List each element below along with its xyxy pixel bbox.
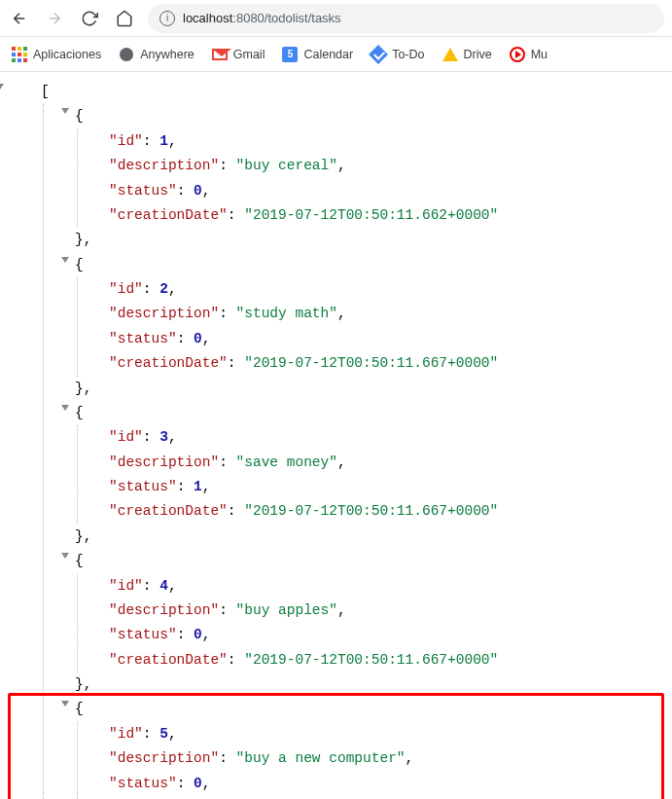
bookmark-item[interactable]: Drive <box>442 47 492 62</box>
json-line: "id": 1, <box>109 129 662 154</box>
back-button[interactable] <box>8 7 31 30</box>
json-line: { <box>75 697 662 721</box>
json-line: "id": 5, <box>109 722 662 746</box>
bookmark-item[interactable]: Anywhere <box>119 47 195 62</box>
music-icon <box>510 47 525 62</box>
calendar-icon: 5 <box>282 47 298 62</box>
json-line: { <box>75 401 662 425</box>
json-line: "description": "study math", <box>109 302 662 326</box>
json-line: "status": 0, <box>109 327 662 351</box>
gmail-icon <box>212 47 228 62</box>
expand-toggle-icon[interactable] <box>61 553 69 559</box>
url-host: localhost <box>183 11 232 25</box>
todo-icon <box>371 47 386 62</box>
json-line: "description": "buy apples", <box>109 599 662 623</box>
json-line: "creationDate": "2019-07-12T00:50:11.667… <box>109 351 662 376</box>
url-path: /todolist/tasks <box>265 11 341 25</box>
bookmark-item[interactable]: Mu <box>510 47 548 62</box>
browser-toolbar: i localhost:8080/todolist/tasks <box>0 0 672 37</box>
bookmark-label: Mu <box>531 48 548 61</box>
page-content: [{"id": 1,"description": "buy cereal","s… <box>0 72 672 799</box>
json-line: }, <box>75 228 662 252</box>
bookmark-label: Calendar <box>303 48 353 61</box>
json-line: "status": 1, <box>109 475 662 499</box>
url-port: :8080 <box>232 11 265 25</box>
bookmark-item[interactable]: 5Calendar <box>282 47 353 62</box>
json-object: {"id": 4,"description": "buy apples","st… <box>75 549 662 697</box>
json-line: { <box>75 549 662 573</box>
bookmark-label: Aplicaciones <box>33 48 101 61</box>
json-object: {"id": 1,"description": "buy cereal","st… <box>75 104 662 252</box>
json-line: "status": 0, <box>109 772 662 796</box>
bookmark-label: Drive <box>464 48 492 61</box>
json-line: "creationDate": "2019-07-12T00:50:11.667… <box>109 648 662 672</box>
json-line: }, <box>75 377 662 401</box>
bookmark-label: To-Do <box>392 48 424 61</box>
reload-button[interactable] <box>78 7 101 30</box>
json-object: {"id": 2,"description": "study math","st… <box>75 253 662 401</box>
bookmark-item[interactable]: Gmail <box>212 47 265 62</box>
json-line: "id": 4, <box>109 574 662 599</box>
forward-button[interactable] <box>43 7 66 30</box>
json-viewer: [{"id": 1,"description": "buy cereal","s… <box>0 72 672 799</box>
json-line: "status": 0, <box>109 623 662 647</box>
json-object: {"id": 5,"description": "buy a new compu… <box>75 697 662 799</box>
expand-toggle-icon[interactable] <box>61 701 69 707</box>
json-line: "id": 3, <box>109 425 662 450</box>
address-bar[interactable]: i localhost:8080/todolist/tasks <box>148 4 664 33</box>
json-line: "creationDate": "2019-07-12T00:50:11.662… <box>109 203 662 228</box>
url-text: localhost:8080/todolist/tasks <box>183 11 341 25</box>
site-info-icon[interactable]: i <box>159 11 175 26</box>
bookmarks-bar: AplicacionesAnywhereGmail5CalendarTo-DoD… <box>0 37 672 72</box>
json-line: }, <box>75 672 662 697</box>
json-object: {"id": 3,"description": "save money","st… <box>75 401 662 549</box>
json-line: { <box>75 253 662 277</box>
drive-icon <box>442 47 458 62</box>
bookmark-item[interactable]: To-Do <box>371 47 424 62</box>
json-line: }, <box>75 525 662 549</box>
json-line: "description": "buy a new computer", <box>109 746 662 771</box>
json-line: { <box>75 104 662 128</box>
apps-icon <box>12 47 27 62</box>
json-line: "description": "buy cereal", <box>109 154 662 178</box>
expand-toggle-icon[interactable] <box>61 108 69 114</box>
bookmark-item[interactable]: Aplicaciones <box>12 47 101 62</box>
bookmark-label: Anywhere <box>140 48 195 61</box>
json-line: [ <box>41 80 662 104</box>
globe-icon <box>119 47 134 62</box>
expand-toggle-icon[interactable] <box>61 405 69 411</box>
json-line: "status": 0, <box>109 179 662 203</box>
json-line: "id": 2, <box>109 277 662 302</box>
json-line: "description": "save money", <box>109 451 662 475</box>
json-line: "creationDate": "2019-07-12T00:50:11.667… <box>109 499 662 524</box>
expand-toggle-icon[interactable] <box>0 84 4 90</box>
home-button[interactable] <box>113 7 136 30</box>
bookmark-label: Gmail <box>233 48 265 61</box>
expand-toggle-icon[interactable] <box>61 257 69 263</box>
